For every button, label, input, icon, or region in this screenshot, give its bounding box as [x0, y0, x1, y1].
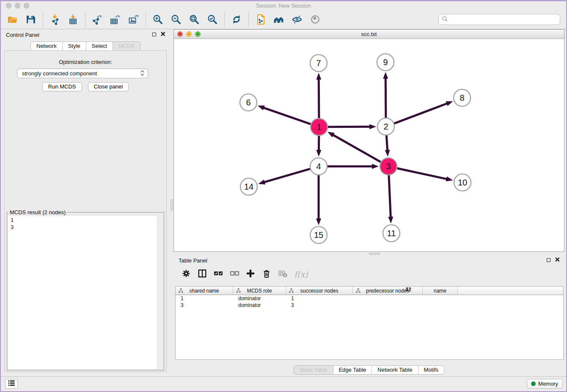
import-network-button[interactable] [47, 11, 63, 28]
float-panel-icon[interactable] [547, 258, 550, 262]
column-header-MCDS-role[interactable]: MCDS role [233, 287, 286, 295]
zoom-in-button[interactable] [150, 11, 165, 28]
zoom-fit-button[interactable] [187, 11, 202, 28]
graph-edge-1-7[interactable] [319, 78, 319, 118]
table-cell[interactable]: 3 [176, 302, 233, 308]
node-table: shared nameMCDS rolesuccessor nodesprede… [175, 286, 564, 360]
table-cell[interactable]: 3 [286, 302, 321, 308]
tab-mcds[interactable]: MCDS [113, 41, 140, 51]
splitter-handle[interactable] [171, 199, 173, 210]
tab-network-table[interactable]: Network Table [372, 365, 418, 375]
show-hide-button[interactable] [289, 11, 305, 28]
graph-edge-1-6[interactable] [263, 108, 311, 124]
table-cell[interactable]: 1 [286, 295, 321, 301]
graph-node-label-6: 6 [246, 98, 250, 107]
network-graph[interactable]: 7968124314101511 [174, 39, 564, 251]
graph-node-label-2: 2 [383, 122, 388, 131]
open-session-button[interactable] [5, 11, 20, 28]
search-input[interactable] [450, 16, 557, 23]
panel-menu-button[interactable] [5, 379, 18, 389]
delete-column-button[interactable] [262, 269, 271, 280]
close-panel-icon[interactable]: ✕ [160, 32, 166, 36]
graph-edge-2-3[interactable] [386, 135, 387, 151]
maximize-window-icon[interactable] [24, 3, 29, 8]
table-panel-title: Table Panel [179, 257, 207, 264]
optimization-select[interactable]: strongly connected component [17, 69, 148, 78]
column-label: shared name [189, 288, 219, 294]
minimize-window-icon[interactable] [15, 3, 20, 8]
table-cell[interactable]: 2 [348, 287, 418, 359]
control-panel: Control Panel ✕ NetworkStyleSelectMCDS O… [1, 29, 170, 377]
clear-selection-button[interactable] [230, 269, 239, 280]
graph-edge-3-10[interactable] [397, 168, 448, 179]
graph-edge-arrow-3-1 [328, 132, 335, 137]
network-view-window: × − + scc.txt 7968124314101511 [173, 29, 564, 252]
column-layout-button[interactable] [198, 269, 207, 280]
zoom-out-button[interactable] [168, 11, 184, 28]
new-network-from-selection-button[interactable] [253, 11, 268, 28]
table-cell[interactable]: dominator [233, 302, 286, 308]
export-image-icon [128, 14, 139, 25]
close-window-icon[interactable] [6, 3, 11, 8]
result-scrollbar[interactable] [157, 216, 163, 369]
table-row-1[interactable]: 3dominator323 [176, 302, 563, 309]
workspace: × − + scc.txt 7968124314101511 Table Pan… [173, 29, 564, 377]
column-header-shared-name[interactable]: shared name [176, 287, 233, 295]
table-cell[interactable]: dominator [233, 295, 286, 301]
delete-table-icon [278, 269, 287, 278]
select-chevrons-icon [140, 70, 144, 77]
window-controls [6, 3, 29, 8]
table-cell[interactable]: 1 [176, 295, 233, 301]
graph-node-label-3: 3 [386, 162, 391, 171]
tab-edge-table[interactable]: Edge Table [333, 365, 372, 375]
minimize-network-icon[interactable]: − [186, 31, 192, 37]
graph-edge-arrow-4-3 [372, 164, 379, 169]
close-network-icon[interactable]: × [177, 31, 183, 37]
run-mcds-button[interactable]: Run MCDS [42, 82, 82, 91]
refresh-button[interactable] [229, 11, 244, 28]
column-type-icon [289, 288, 294, 293]
first-neighbors-icon [273, 14, 284, 25]
graph-edge-2-9[interactable] [385, 77, 386, 118]
tab-style[interactable]: Style [63, 41, 86, 51]
add-column-button[interactable] [246, 269, 255, 280]
save-session-button[interactable] [23, 11, 39, 28]
close-panel-button[interactable]: Close panel [88, 82, 129, 91]
tab-network[interactable]: Network [30, 41, 63, 51]
toolbar-separator [146, 12, 146, 27]
gear-button[interactable] [182, 269, 191, 280]
tab-motifs[interactable]: Motifs [418, 365, 444, 375]
tab-node-table[interactable]: Node Table [294, 365, 333, 375]
control-panel-title: Control Panel [6, 32, 39, 38]
tab-select[interactable]: Select [86, 41, 113, 51]
graph-edge-2-8[interactable] [394, 103, 448, 124]
network-window-titlebar[interactable]: × − + scc.txt [174, 30, 564, 39]
column-label: name [434, 288, 446, 294]
vertical-splitter[interactable] [170, 29, 173, 377]
column-header-successor-nodes[interactable]: successor nodes [286, 287, 353, 295]
first-neighbors-button[interactable] [271, 11, 286, 28]
select-all-button[interactable] [214, 269, 223, 280]
import-table-button[interactable] [66, 11, 81, 28]
graph-node-label-11: 11 [387, 229, 396, 238]
export-image-button[interactable] [126, 11, 141, 28]
search-box[interactable] [438, 14, 560, 25]
zoom-selected-button[interactable] [205, 11, 220, 28]
graph-edge-1-2[interactable] [328, 127, 371, 127]
toolbar-separator [43, 12, 43, 27]
export-network-button[interactable] [90, 11, 105, 28]
graph-edge-3-1[interactable] [332, 135, 380, 162]
close-panel-icon[interactable]: ✕ [555, 257, 560, 262]
memory-status-icon [531, 381, 536, 386]
column-header-name[interactable]: name [423, 287, 458, 295]
graph-edge-4-14[interactable] [264, 169, 310, 182]
column-type-icon [179, 288, 183, 293]
graph-node-label-9: 9 [383, 58, 388, 67]
horizontal-splitter[interactable] [173, 252, 564, 255]
graph-edge-3-11[interactable] [389, 175, 391, 218]
export-table-button[interactable] [108, 11, 123, 28]
memory-button[interactable]: Memory [527, 379, 563, 389]
maximize-network-icon[interactable]: + [195, 31, 201, 37]
float-panel-icon[interactable] [152, 33, 156, 36]
graph-edge-arrow-3-10 [446, 177, 453, 182]
